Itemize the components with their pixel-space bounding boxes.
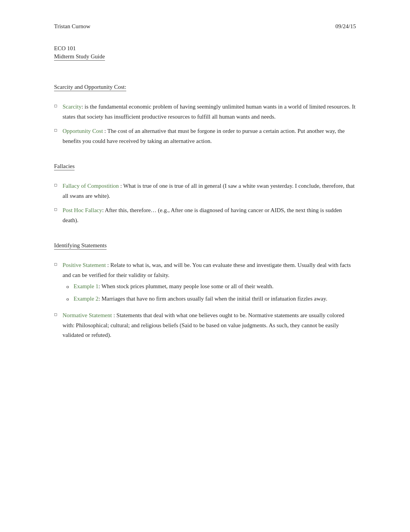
sub-list-item: o Example 2: Marriages that have no firm… [66, 294, 356, 304]
opportunity-cost-definition: : The cost of an alternative that must b… [63, 128, 345, 144]
bullet-icon: ◻ [54, 207, 57, 211]
list-item: ◻ Normative Statement : Statements that … [54, 311, 356, 340]
term-normative-statement: Normative Statement [63, 312, 112, 318]
term-scarcity: Scarcity [63, 104, 81, 110]
scarcity-definition: : is the fundamental economic problem of… [63, 104, 356, 120]
sub-bullet-icon: o [66, 282, 69, 291]
course-title: ECO 101 [54, 45, 356, 52]
term-post-hoc: Post Hoc Fallacy [63, 207, 102, 213]
example1-content: Example 1: When stock prices plummet, ma… [74, 282, 356, 292]
example2-content: Example 2: Marriages that have no firm a… [74, 294, 356, 304]
scarcity-list: ◻ Scarcity: is the fundamental economic … [54, 102, 356, 146]
positive-statement-item: Positive Statement : Relate to what is, … [63, 260, 356, 306]
identifying-heading: Identifying Statements [54, 242, 107, 250]
scarcity-item: Scarcity: is the fundamental economic pr… [63, 102, 356, 122]
bullet-icon: ◻ [54, 128, 57, 132]
fallacies-heading: Fallacies [54, 163, 75, 170]
normative-statement-item: Normative Statement : Statements that de… [63, 311, 356, 340]
term-example2: Example 2 [74, 296, 99, 302]
term-opportunity-cost: Opportunity Cost [63, 128, 103, 134]
term-example1: Example 1 [74, 283, 99, 289]
example1-text: : When stock prices plummet, many people… [98, 283, 273, 289]
identifying-list: ◻ Positive Statement : Relate to what is… [54, 260, 356, 340]
author-name: Tristan Curnow [54, 23, 90, 30]
identifying-section: Identifying Statements ◻ Positive Statem… [54, 242, 356, 340]
scarcity-section: Scarcity and Opportunity Cost: ◻ Scarcit… [54, 84, 356, 146]
positive-statement-definition: : Relate to what is, was, and will be. Y… [63, 262, 351, 278]
post-hoc-item: Post Hoc Fallacy: After this, therefore…… [63, 206, 356, 225]
fallacies-section: Fallacies ◻ Fallacy of Compostition : Wh… [54, 163, 356, 225]
opportunity-cost-item: Opportunity Cost : The cost of an altern… [63, 126, 356, 146]
bullet-icon: ◻ [54, 262, 57, 266]
header-date: 09/24/15 [335, 23, 356, 30]
page-header: Tristan Curnow 09/24/15 [54, 23, 356, 30]
course-info: ECO 101 Midterm Study Guide [54, 45, 356, 61]
bullet-icon: ◻ [54, 312, 57, 316]
term-fallacy-composition: Fallacy of Compostition [63, 183, 119, 189]
list-item: ◻ Opportunity Cost : The cost of an alte… [54, 126, 356, 146]
fallacies-list: ◻ Fallacy of Compostition : What is true… [54, 181, 356, 225]
bullet-icon: ◻ [54, 183, 57, 187]
example2-text: : Marriages that have no firm anchors us… [98, 296, 327, 302]
sub-list-item: o Example 1: When stock prices plummet, … [66, 282, 356, 292]
scarcity-heading: Scarcity and Opportunity Cost: [54, 84, 126, 91]
post-hoc-definition: : After this, therefore… (e.g., After on… [63, 207, 342, 223]
list-item: ◻ Post Hoc Fallacy: After this, therefor… [54, 206, 356, 225]
fallacy-composition-item: Fallacy of Compostition : What is true o… [63, 181, 356, 201]
positive-statement-examples: o Example 1: When stock prices plummet, … [66, 282, 356, 304]
doc-title: Midterm Study Guide [54, 53, 105, 61]
list-item: ◻ Positive Statement : Relate to what is… [54, 260, 356, 306]
sub-bullet-icon: o [66, 295, 69, 303]
term-positive-statement: Positive Statement [63, 262, 106, 268]
list-item: ◻ Fallacy of Compostition : What is true… [54, 181, 356, 201]
bullet-icon: ◻ [54, 104, 57, 108]
list-item: ◻ Scarcity: is the fundamental economic … [54, 102, 356, 122]
